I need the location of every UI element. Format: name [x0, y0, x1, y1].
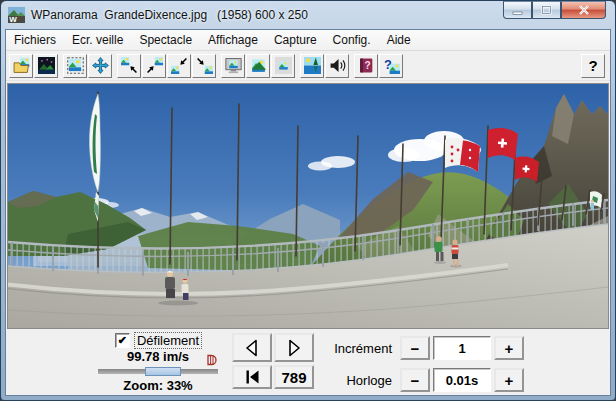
control-panel: ✔ Défilement 99.78 im/s Zoom: 33%	[6, 330, 610, 399]
clock-field[interactable]: 0.01s	[433, 368, 491, 392]
frame-counter[interactable]: 789	[274, 365, 314, 389]
previous-frame-button[interactable]	[232, 333, 272, 362]
svg-text:?: ?	[364, 60, 370, 71]
menu-spectacle[interactable]: Spectacle	[131, 31, 200, 49]
zoom-value: Zoom: 33%	[94, 378, 222, 393]
menu-bar: Fichiers Ecr. veille Spectacle Affichage…	[6, 30, 610, 51]
fit-window-icon	[250, 57, 267, 74]
toolbar: ? ? ?	[6, 51, 610, 81]
thumbnail-bar-button[interactable]	[271, 54, 295, 78]
menu-capture[interactable]: Capture	[266, 31, 325, 49]
menu-config[interactable]: Config.	[325, 31, 379, 49]
maximize-icon	[541, 5, 552, 15]
speed-value: 99.78 im/s	[94, 349, 222, 364]
scroll-down-left-icon	[171, 57, 188, 74]
pan-arrows-button[interactable]	[88, 54, 112, 78]
menu-affichage[interactable]: Affichage	[200, 31, 266, 49]
navigation-group: 789	[232, 333, 314, 389]
increment-label: Incrément	[328, 341, 392, 356]
skip-to-start-icon	[243, 369, 261, 385]
speed-slider-thumb[interactable]	[145, 367, 181, 376]
panorama-viewport[interactable]	[7, 83, 609, 329]
image-frame-button[interactable]	[63, 54, 87, 78]
app-icon: W	[8, 7, 25, 23]
fullscreen-button[interactable]	[221, 54, 245, 78]
wpanorama-window: W WPanorama GrandeDixence.jpg (1958) 600…	[0, 0, 616, 401]
fullscreen-icon	[225, 57, 242, 74]
close-button[interactable]	[561, 1, 606, 19]
first-frame-button[interactable]	[232, 365, 272, 389]
sound-button[interactable]	[325, 54, 349, 78]
window-buttons	[503, 1, 606, 19]
menu-fichiers[interactable]: Fichiers	[6, 31, 64, 49]
spinner-group: Incrément − 1 + Horloge − 0.01s +	[328, 336, 524, 400]
help-button[interactable]: ?	[581, 54, 605, 78]
next-frame-button[interactable]	[274, 333, 314, 362]
defilement-checkbox[interactable]: ✔	[115, 333, 130, 348]
open-image-button[interactable]	[9, 54, 33, 78]
image-frame-icon	[67, 57, 84, 74]
help-book-icon: ?	[358, 57, 375, 74]
title-bar[interactable]: W WPanorama GrandeDixence.jpg (1958) 600…	[1, 1, 615, 28]
menu-ecr-veille[interactable]: Ecr. veille	[64, 31, 131, 49]
svg-text:?: ?	[383, 57, 391, 72]
scroll-up-left-icon	[121, 57, 138, 74]
thumbnail-bar-icon	[275, 57, 292, 74]
scroll-down-right-icon	[196, 57, 213, 74]
help-book-button[interactable]: ?	[354, 54, 378, 78]
scroll-up-right-button[interactable]	[142, 54, 166, 78]
previous-icon	[243, 338, 261, 358]
increment-plus-button[interactable]: +	[494, 336, 524, 360]
menu-aide[interactable]: Aide	[379, 31, 419, 49]
increment-minus-button[interactable]: −	[400, 336, 430, 360]
sound-icon	[329, 57, 346, 74]
scroll-up-right-icon	[146, 57, 163, 74]
clock-row: Horloge − 0.01s +	[328, 368, 524, 392]
clock-minus-button[interactable]: −	[400, 368, 430, 392]
increment-row: Incrément − 1 +	[328, 336, 524, 360]
pan-arrows-icon	[92, 57, 109, 74]
clock-label: Horloge	[328, 373, 392, 388]
defilement-label: Défilement	[135, 333, 201, 348]
client-area: Fichiers Ecr. veille Spectacle Affichage…	[5, 29, 611, 396]
slideshow-icon	[304, 57, 321, 74]
clock-plus-button[interactable]: +	[494, 368, 524, 392]
help-label: ?	[588, 57, 597, 74]
context-help-button[interactable]: ?	[379, 54, 403, 78]
window-title: WPanorama GrandeDixence.jpg (1958) 600 x…	[31, 8, 308, 22]
scroll-down-left-button[interactable]	[167, 54, 191, 78]
svg-text:W: W	[9, 15, 17, 23]
scroll-up-left-button[interactable]	[117, 54, 141, 78]
truespeed-indicator-icon	[206, 354, 218, 366]
panorama-image	[8, 84, 608, 328]
scroll-down-right-button[interactable]	[192, 54, 216, 78]
speed-slider[interactable]	[98, 367, 218, 376]
scroll-group: ✔ Défilement 99.78 im/s Zoom: 33%	[94, 333, 222, 393]
minimize-icon	[512, 6, 523, 15]
slideshow-button[interactable]	[300, 54, 324, 78]
maximize-button[interactable]	[532, 1, 561, 19]
close-icon	[578, 5, 590, 15]
increment-field[interactable]: 1	[433, 336, 491, 360]
fit-window-button[interactable]	[246, 54, 270, 78]
next-icon	[285, 338, 303, 358]
night-mode-button[interactable]	[34, 54, 58, 78]
open-image-icon	[13, 57, 30, 74]
context-help-icon: ?	[383, 57, 400, 74]
minimize-button[interactable]	[503, 1, 532, 19]
night-mode-icon	[38, 57, 55, 74]
